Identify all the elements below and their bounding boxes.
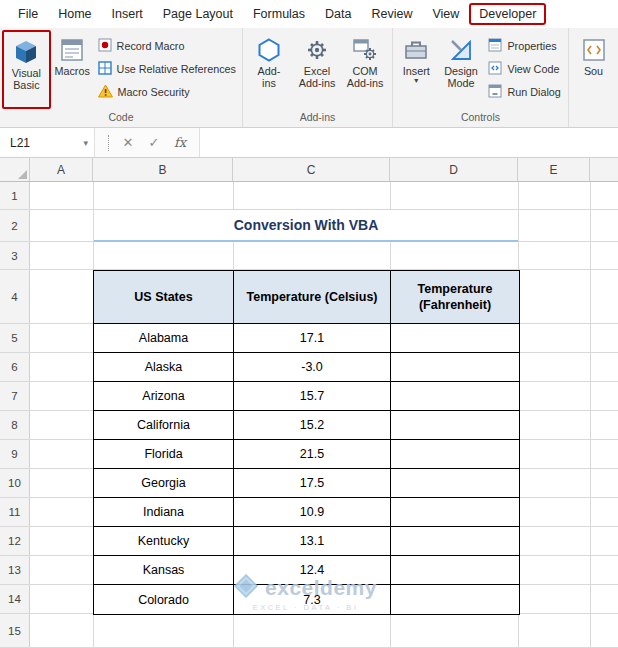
state-cell[interactable]: Alaska <box>94 353 234 381</box>
state-cell[interactable]: Kansas <box>94 556 234 584</box>
sheet-title[interactable]: Conversion With VBA <box>94 210 518 242</box>
record-macro-button[interactable]: Record Macro <box>94 36 240 55</box>
state-cell[interactable]: Alabama <box>94 324 234 352</box>
properties-button[interactable]: Properties <box>484 36 566 55</box>
fahrenheit-cell[interactable] <box>391 527 519 555</box>
source-button[interactable]: Sou <box>571 30 616 109</box>
macros-button[interactable]: Macros <box>51 30 94 109</box>
row-number[interactable]: 11 <box>0 498 30 526</box>
use-relative-references-button[interactable]: Use Relative References <box>94 59 240 78</box>
row-cells[interactable] <box>30 614 618 647</box>
fahrenheit-cell[interactable] <box>391 556 519 584</box>
name-box[interactable]: L21 ▾ <box>0 128 95 157</box>
tab-view[interactable]: View <box>422 3 469 25</box>
state-cell[interactable]: Arizona <box>94 382 234 410</box>
group-label-controls: Controls <box>393 109 568 127</box>
header-us-states[interactable]: US States <box>94 271 234 323</box>
state-cell[interactable]: Kentucky <box>94 527 234 555</box>
header-fahrenheit[interactable]: Temperature (Fahrenheit) <box>391 271 519 323</box>
fahrenheit-cell[interactable] <box>391 411 519 439</box>
tab-formulas[interactable]: Formulas <box>243 3 315 25</box>
row-number[interactable]: 6 <box>0 353 30 381</box>
celsius-cell[interactable]: 12.4 <box>234 556 391 584</box>
celsius-cell[interactable]: 15.2 <box>234 411 391 439</box>
celsius-cell[interactable]: 21.5 <box>234 440 391 468</box>
fahrenheit-cell[interactable] <box>391 382 519 410</box>
warning-triangle-icon <box>98 84 113 100</box>
state-cell[interactable]: Georgia <box>94 469 234 497</box>
celsius-cell[interactable]: 17.5 <box>234 469 391 497</box>
column-header-a[interactable]: A <box>30 158 93 181</box>
row-cells[interactable] <box>30 242 618 269</box>
run-dialog-button[interactable]: Run Dialog <box>484 82 566 101</box>
cancel-icon[interactable]: ✕ <box>115 135 141 150</box>
table-row: Florida 21.5 <box>94 440 519 469</box>
fahrenheit-cell[interactable] <box>391 498 519 526</box>
column-header-c[interactable]: C <box>233 158 390 181</box>
row-number[interactable]: 10 <box>0 469 30 497</box>
header-celsius[interactable]: Temperature (Celsius) <box>234 271 391 323</box>
tab-file[interactable]: File <box>8 3 48 25</box>
formula-bar-grip[interactable] <box>95 135 109 151</box>
row-number[interactable]: 7 <box>0 382 30 410</box>
tab-insert[interactable]: Insert <box>102 3 153 25</box>
fahrenheit-cell[interactable] <box>391 324 519 352</box>
macro-security-label: Macro Security <box>118 86 190 98</box>
row-number[interactable]: 3 <box>0 242 30 269</box>
macro-security-button[interactable]: Macro Security <box>94 82 240 101</box>
design-mode-button[interactable]: Design Mode <box>438 30 485 109</box>
group-label-xml <box>569 109 618 127</box>
row-cells[interactable] <box>30 182 618 209</box>
celsius-cell[interactable]: 15.7 <box>234 382 391 410</box>
ribbon-group-controls: Insert ▾ Design Mode Properties <box>392 28 568 127</box>
ribbon-group-code: Visual Basic Macros Record Macro <box>0 28 242 127</box>
tab-data[interactable]: Data <box>315 3 361 25</box>
celsius-cell[interactable]: 13.1 <box>234 527 391 555</box>
tab-review[interactable]: Review <box>361 3 422 25</box>
name-box-dropdown-icon[interactable]: ▾ <box>83 138 88 148</box>
insert-function-icon[interactable]: fx <box>167 135 193 150</box>
row-number[interactable]: 2 <box>0 210 30 241</box>
fahrenheit-cell[interactable] <box>391 353 519 381</box>
insert-control-button[interactable]: Insert ▾ <box>395 30 438 109</box>
excel-addins-gear-icon <box>304 35 330 65</box>
tab-developer[interactable]: Developer <box>469 3 546 25</box>
row-number[interactable]: 13 <box>0 556 30 584</box>
state-cell[interactable]: California <box>94 411 234 439</box>
formula-input[interactable] <box>200 128 618 157</box>
celsius-cell[interactable]: -3.0 <box>234 353 391 381</box>
fahrenheit-cell[interactable] <box>391 585 519 614</box>
celsius-cell[interactable]: 10.9 <box>234 498 391 526</box>
design-mode-label: Design Mode <box>439 65 483 89</box>
row-number[interactable]: 1 <box>0 182 30 209</box>
fahrenheit-cell[interactable] <box>391 469 519 497</box>
addins-button[interactable]: Add-ins <box>245 30 293 109</box>
row-number[interactable]: 14 <box>0 585 30 613</box>
fahrenheit-cell[interactable] <box>391 440 519 468</box>
com-addins-button[interactable]: COM Add-ins <box>341 30 389 109</box>
relative-references-icon <box>98 61 112 77</box>
table-row: Alaska -3.0 <box>94 353 519 382</box>
celsius-cell[interactable]: 17.1 <box>234 324 391 352</box>
row-number[interactable]: 12 <box>0 527 30 555</box>
enter-icon[interactable]: ✓ <box>141 135 167 150</box>
row-number[interactable]: 4 <box>0 270 30 323</box>
column-header-d[interactable]: D <box>390 158 518 181</box>
row-number[interactable]: 15 <box>0 614 30 647</box>
row-number[interactable]: 9 <box>0 440 30 468</box>
visual-basic-button[interactable]: Visual Basic <box>2 30 51 109</box>
column-header-e[interactable]: E <box>518 158 590 181</box>
tab-home[interactable]: Home <box>48 3 101 25</box>
column-header-b[interactable]: B <box>93 158 233 181</box>
row-number[interactable]: 5 <box>0 324 30 352</box>
excel-addins-button[interactable]: Excel Add-ins <box>293 30 341 109</box>
tab-page-layout[interactable]: Page Layout <box>153 3 243 25</box>
state-cell[interactable]: Colorado <box>94 585 234 614</box>
celsius-cell[interactable]: 7.3 <box>234 585 391 614</box>
view-code-button[interactable]: View Code <box>484 59 566 78</box>
insert-dropdown-icon[interactable]: ▾ <box>414 77 418 85</box>
select-all-corner[interactable] <box>0 158 30 181</box>
state-cell[interactable]: Indiana <box>94 498 234 526</box>
row-number[interactable]: 8 <box>0 411 30 439</box>
state-cell[interactable]: Florida <box>94 440 234 468</box>
